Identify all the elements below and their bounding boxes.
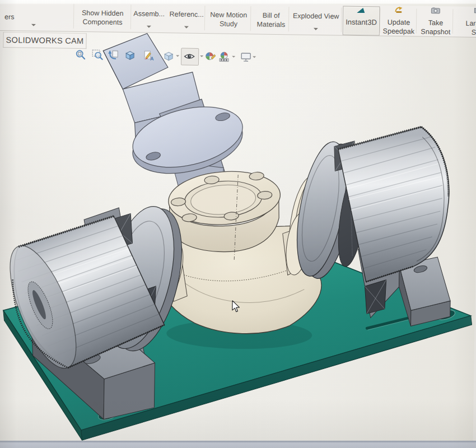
section-view-icon[interactable]	[124, 49, 136, 62]
ribbon-label: ers	[3, 13, 64, 22]
edit-appearance-icon[interactable]	[204, 50, 217, 63]
ribbon-label: Snapshot	[418, 27, 453, 36]
ribbon-item-show-hidden-components[interactable]: Show Hidden Components	[74, 1, 131, 31]
view-settings-caret-icon[interactable]	[253, 56, 256, 58]
assembly-model	[0, 0, 476, 448]
apply-scene-icon[interactable]	[218, 50, 230, 63]
zoom-to-fit-icon[interactable]	[74, 49, 87, 61]
ribbon-item-update-speedpak[interactable]: Update Speedpak	[381, 6, 417, 35]
display-style-icon[interactable]	[162, 50, 175, 62]
dropdown-caret-icon[interactable]	[147, 26, 151, 28]
ribbon-label: Components	[74, 18, 130, 27]
zoom-to-area-icon[interactable]	[91, 49, 104, 61]
ribbon-item-large-assembly-settings[interactable]: Large A Sett	[454, 6, 476, 36]
ribbon-label: Referenc...	[167, 10, 206, 19]
ribbon-item-reference-geometry[interactable]: Referenc...	[167, 2, 206, 32]
svg-text:A: A	[150, 56, 154, 62]
hide-show-items-button[interactable]	[181, 48, 199, 66]
ribbon-label: Bill of	[253, 11, 289, 20]
dropdown-caret-icon[interactable]	[184, 26, 189, 29]
photo-top-glare	[0, 0, 476, 4]
ribbon-item-exploded-view[interactable]: Exploded View	[290, 4, 342, 34]
ribbon-label: Take	[418, 18, 453, 27]
ribbon-item-bill-of-materials[interactable]: Bill of Materials	[253, 3, 290, 33]
ribbon-label: Show Hidden	[74, 9, 130, 18]
tab-label: SOLIDWORKS CAM	[6, 35, 84, 45]
ribbon-label: Large A	[454, 19, 476, 28]
ribbon-label: New Motion	[206, 11, 251, 20]
ribbon-item-partial-fasteners[interactable]: ers	[3, 0, 65, 30]
update-speedpak-icon	[394, 7, 403, 13]
ribbon-label: Assemb...	[132, 10, 166, 18]
ribbon-item-take-snapshot[interactable]: Take Snapshot	[418, 6, 454, 35]
screen-bottom-edge	[0, 441, 476, 448]
ribbon-label: Materials	[253, 20, 289, 29]
tab-solidworks-cam[interactable]: SOLIDWORKS CAM	[3, 32, 86, 49]
apply-scene-caret-icon[interactable]	[232, 56, 235, 58]
ribbon-label: Speedpak	[381, 27, 416, 36]
view-settings-icon[interactable]	[240, 51, 252, 63]
ribbon-item-assembly-features[interactable]: Assemb...	[132, 2, 167, 31]
screen-content: ers Show Hidden Components Assemb... Ref…	[0, 0, 476, 448]
large-assembly-settings-icon	[474, 8, 476, 13]
hide-show-items-caret-icon[interactable]	[200, 55, 203, 57]
display-style-caret-icon[interactable]	[176, 55, 179, 57]
instant3d-icon	[355, 8, 367, 13]
previous-view-icon[interactable]	[107, 49, 119, 62]
dropdown-caret-icon[interactable]	[314, 28, 318, 30]
ribbon-label: Sett	[454, 28, 476, 37]
ribbon-label: Exploded View	[290, 12, 342, 21]
ribbon-item-new-motion-study[interactable]: New Motion Study	[206, 3, 251, 32]
ribbon-label: Update	[381, 18, 416, 27]
ribbon-item-instant3d[interactable]: Instant3D	[343, 6, 380, 36]
screen-photo: ers Show Hidden Components Assemb... Ref…	[0, 0, 476, 448]
dropdown-caret-icon[interactable]	[31, 24, 36, 26]
take-snapshot-icon	[431, 7, 441, 14]
hide-show-items-icon	[183, 50, 195, 63]
ribbon-label: Study	[206, 20, 251, 29]
ribbon-label: Instant3D	[343, 18, 379, 27]
annotation-views-icon[interactable]: A	[143, 50, 155, 62]
